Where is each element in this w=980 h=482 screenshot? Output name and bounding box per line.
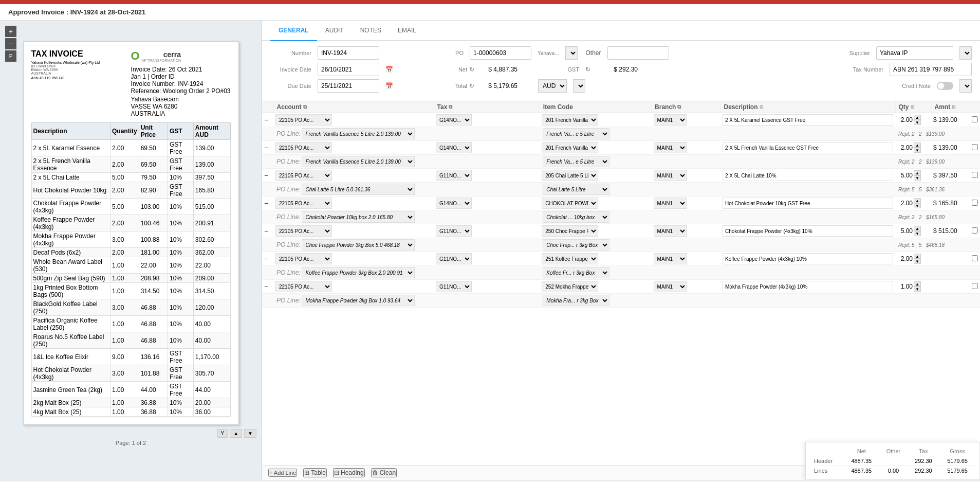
qty-dn-2[interactable]: ▼ [914,175,921,181]
minus-button[interactable]: − [264,255,271,263]
po-dropdown[interactable] [565,46,578,60]
qty-dn-1[interactable]: ▼ [914,148,921,153]
minus-button[interactable]: − [264,199,271,207]
other-input[interactable] [607,46,669,60]
fit-btn[interactable]: ▲ [230,429,242,438]
minus-button[interactable]: − [264,144,271,152]
po-branch-select-0[interactable]: French Va... e 5 Litre [543,128,609,139]
zoom-in-button[interactable]: + [5,26,16,37]
qty-dn-5[interactable]: ▼ [914,259,921,264]
branch-select-5[interactable]: MAIN1 [654,253,687,264]
desc-input-6[interactable] [723,281,893,292]
qty-up-4[interactable]: ▲ [914,226,921,231]
item-code-select-3[interactable]: CHOKOLAT POWD... [542,198,598,209]
invoice-date-calendar-icon[interactable]: 📅 [385,66,393,73]
download-btn[interactable]: ▼ [244,429,256,438]
desc-input-4[interactable] [723,225,893,237]
tax-select-3[interactable]: G14NO... [436,198,472,209]
tax-copy-icon[interactable]: ⧉ [449,104,452,110]
minus-button[interactable]: − [264,116,271,124]
pin-button[interactable]: P [5,50,16,62]
po-branch-select-5[interactable]: Koffee Fr... r 3kg Box [543,267,609,278]
table-button[interactable]: ⊞ Table [303,468,327,477]
qty-up-5[interactable]: ▲ [914,254,921,259]
qty-sort-icon[interactable]: ⊞ [911,104,915,110]
minus-button[interactable]: − [264,282,271,291]
currency-select[interactable]: AUD [538,79,567,93]
row-checkbox-2[interactable] [972,172,978,178]
item-code-select-4[interactable]: 250 Choc Frappe P... [542,225,598,237]
row-checkbox-4[interactable] [972,227,978,234]
po-branch-select-6[interactable]: Mokha Fra... r 3kg Box [543,295,609,306]
rotate-btn[interactable]: Y [217,429,228,438]
minus-button[interactable]: − [264,171,271,180]
due-date-input[interactable] [318,79,379,93]
branch-select-2[interactable]: MAIN1 [654,170,687,181]
qty-up-2[interactable]: ▲ [914,170,921,175]
po-line-select-6[interactable]: Mokha Frappe Powder 3kg Box 1.0 93.64 [302,295,415,306]
desc-input-1[interactable] [723,142,893,153]
due-date-calendar-icon[interactable]: 📅 [385,82,393,90]
tax-select-2[interactable]: G11NO... [436,170,472,181]
po-line-select-5[interactable]: Koffee Frappe Powder 3kg Box 2.0 200.91 [302,267,415,278]
zoom-out-button[interactable]: − [5,38,16,49]
qty-dn-6[interactable]: ▼ [914,287,921,292]
account-select-3[interactable]: 22105 PO Ac... [275,198,332,209]
tax-select-5[interactable]: G11NO... [436,253,472,264]
supplier-dropdown[interactable] [959,46,972,60]
account-select-6[interactable]: 22105 PO Ac... [275,281,332,292]
branch-select-0[interactable]: MAIN1 [654,114,687,126]
currency-dropdown[interactable] [573,79,585,93]
row-checkbox-6[interactable] [972,283,978,289]
tax-number-input[interactable] [890,63,972,76]
branch-select-3[interactable]: MAIN1 [654,198,687,209]
po-line-select-4[interactable]: Choc Frappe Powder 3kg Box 5.0 468.18 [302,239,415,251]
po-input[interactable] [470,46,531,60]
row-checkbox-5[interactable] [972,255,978,261]
net-refresh-icon[interactable]: ↻ [469,66,474,73]
account-select-0[interactable]: 22105 PO Ac... [275,114,332,126]
credit-note-dropdown[interactable] [959,79,972,93]
branch-select-6[interactable]: MAIN1 [654,281,687,292]
heading-button[interactable]: ⊟ Heading [333,468,365,477]
item-code-select-0[interactable]: 201 French Vanilla ... [542,114,598,126]
branch-select-4[interactable]: MAIN1 [654,225,687,237]
item-code-select-6[interactable]: 252 Mokha Frappe ... [542,281,598,292]
qty-up-0[interactable]: ▲ [914,115,921,120]
minus-button[interactable]: − [264,227,271,235]
tax-select-0[interactable]: G14NO... [436,114,472,126]
branch-select-1[interactable]: MAIN1 [654,142,687,153]
desc-input-5[interactable] [723,253,893,264]
qty-up-6[interactable]: ▲ [914,281,921,287]
item-code-select-2[interactable]: 205 Chai Latte 5 Lit... [542,170,598,181]
tax-select-1[interactable]: G14NO... [436,142,472,153]
account-select-5[interactable]: 22105 PO Ac... [275,253,332,264]
item-code-select-5[interactable]: 251 Koffee Frappe ... [542,253,598,264]
po-line-select-2[interactable]: Chai Latte 5 Litre 5.0 361.36 [302,184,415,195]
add-line-button[interactable]: + Add Line [268,469,297,477]
row-checkbox-0[interactable] [972,116,978,122]
tax-select-4[interactable]: G11NO... [436,225,472,237]
item-code-select-1[interactable]: 201 French Vanilla ... [542,142,598,153]
number-input[interactable] [318,46,379,60]
amnt-sort-icon[interactable]: ⊞ [952,104,956,110]
tab-audit[interactable]: AUDIT [317,21,352,41]
po-branch-select-1[interactable]: French Va... e 5 Litre [543,156,609,167]
account-copy-icon[interactable]: ⧉ [303,104,307,110]
qty-dn-0[interactable]: ▼ [914,120,921,125]
account-select-1[interactable]: 22105 PO Ac... [275,142,332,153]
qty-up-3[interactable]: ▲ [914,198,921,203]
account-select-4[interactable]: 22105 PO Ac... [275,225,332,237]
row-checkbox-3[interactable] [972,200,978,206]
po-branch-select-2[interactable]: Chai Latte 5 Litre [543,184,609,195]
gst-refresh-icon[interactable]: ↻ [585,66,590,73]
branch-copy-icon[interactable]: ⧉ [677,104,681,110]
clean-button[interactable]: 🗑 Clean [371,468,397,477]
account-select-2[interactable]: 22105 PO Ac... [275,170,332,181]
po-line-select-0[interactable]: French Vanilla Essence 5 Litre 2.0 139.0… [302,128,415,139]
row-checkbox-1[interactable] [972,144,978,150]
qty-dn-3[interactable]: ▼ [914,203,921,208]
desc-sort-icon[interactable]: ⊞ [760,104,764,110]
po-line-select-3[interactable]: Chokolat Powder 10kg box 2.0 165.80 [302,211,415,223]
po-line-select-1[interactable]: French Vanilla Essence 5 Litre 2.0 139.0… [302,156,415,167]
